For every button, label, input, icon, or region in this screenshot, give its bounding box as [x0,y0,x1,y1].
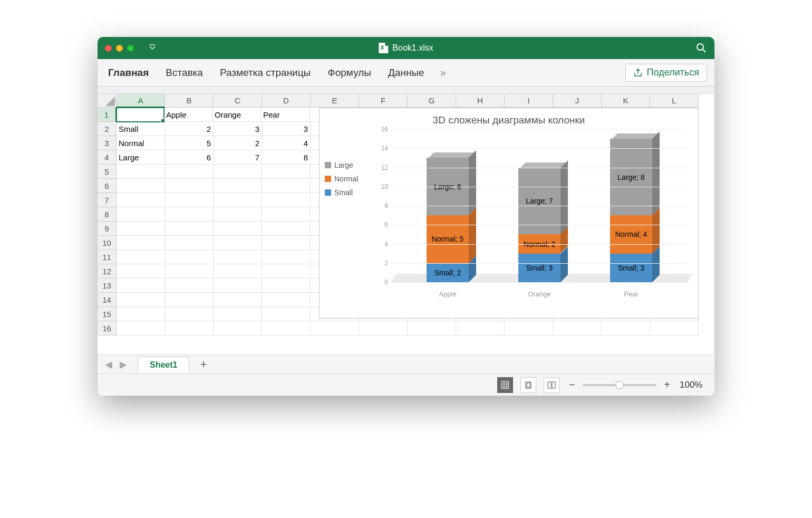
cell-C3[interactable]: 2 [214,136,262,150]
zoom-value[interactable]: 100% [680,380,706,390]
cell-A7[interactable] [117,193,165,207]
cell-D3[interactable]: 4 [262,136,311,150]
cell-C16[interactable] [214,321,262,335]
row-header-3[interactable]: 3 [98,136,117,150]
search-button[interactable] [695,42,707,54]
cell-A2[interactable]: Small [117,122,165,136]
column-header-C[interactable]: C [214,94,262,108]
cell-I16[interactable] [505,321,553,335]
cell-C15[interactable] [214,307,262,321]
cell-B16[interactable] [165,321,214,335]
cell-C1[interactable]: Orange [212,108,261,122]
column-header-H[interactable]: H [456,94,505,108]
cell-G16[interactable] [408,321,456,335]
cell-C10[interactable] [214,236,262,250]
cell-B6[interactable] [165,179,214,193]
cell-A10[interactable] [117,236,165,250]
add-sheet-button[interactable]: + [192,358,214,371]
column-header-I[interactable]: I [505,94,553,108]
cell-A5[interactable] [117,165,165,179]
cell-D8[interactable] [262,207,311,222]
row-header-4[interactable]: 4 [98,150,117,165]
tab-data[interactable]: Данные [387,65,426,81]
tab-insert[interactable]: Вставка [165,65,204,81]
cell-D1[interactable]: Pear [261,108,310,122]
cell-D2[interactable]: 3 [262,122,311,136]
cell-J16[interactable] [553,321,602,335]
cell-D15[interactable] [262,307,311,321]
cell-A4[interactable]: Large [117,150,165,165]
row-header-12[interactable]: 12 [98,264,117,279]
column-header-G[interactable]: G [408,94,456,108]
tab-home[interactable]: Главная [107,65,150,81]
row-header-8[interactable]: 8 [98,207,117,222]
cell-K16[interactable] [602,321,650,335]
cell-C6[interactable] [214,179,262,193]
zoom-slider-thumb[interactable] [615,381,624,389]
view-normal-button[interactable] [497,377,513,393]
cell-B15[interactable] [165,307,214,321]
cell-B1[interactable]: Apple [164,108,212,122]
cell-A3[interactable]: Normal [117,136,165,150]
sheet-nav-next[interactable]: ▶ [118,359,129,370]
cell-D6[interactable] [262,179,311,193]
sheet-nav-prev[interactable]: ◀ [103,359,114,370]
cell-C13[interactable] [214,279,262,293]
row-header-9[interactable]: 9 [98,222,117,236]
cell-A12[interactable] [117,264,165,279]
cell-C5[interactable] [214,165,262,179]
cell-A14[interactable] [117,293,165,307]
quick-access-toolbar[interactable] [149,44,156,53]
row-header-2[interactable]: 2 [98,122,117,136]
cell-D12[interactable] [262,264,311,279]
column-header-A[interactable]: A [117,94,165,108]
row-header-1[interactable]: 1 [98,108,117,122]
cell-A1[interactable] [116,107,165,122]
cell-A6[interactable] [117,179,165,193]
zoom-in-button[interactable]: + [662,379,672,391]
sheet-tab-1[interactable]: Sheet1 [138,357,189,373]
row-header-5[interactable]: 5 [98,165,117,179]
cell-F16[interactable] [359,321,408,335]
cell-C9[interactable] [214,222,262,236]
row-header-6[interactable]: 6 [98,179,117,193]
cell-C11[interactable] [214,250,262,264]
column-header-F[interactable]: F [359,94,408,108]
cell-C8[interactable] [214,207,262,222]
cell-B11[interactable] [165,250,214,264]
cell-A8[interactable] [117,207,165,222]
column-header-K[interactable]: K [602,94,650,108]
tab-formulas[interactable]: Формулы [326,65,372,81]
cell-B8[interactable] [165,207,214,222]
cell-A9[interactable] [117,222,165,236]
cell-C14[interactable] [214,293,262,307]
cell-B12[interactable] [165,264,214,279]
column-header-J[interactable]: J [553,94,602,108]
column-header-B[interactable]: B [165,94,214,108]
view-page-layout-button[interactable] [520,377,536,393]
row-header-13[interactable]: 13 [98,279,117,293]
cell-L16[interactable] [650,321,699,335]
column-header-E[interactable]: E [311,94,359,108]
row-header-14[interactable]: 14 [98,293,117,307]
cell-C4[interactable]: 7 [214,150,262,165]
cell-H16[interactable] [456,321,505,335]
cell-A16[interactable] [117,321,165,335]
more-tabs-button[interactable]: » [440,66,446,79]
row-header-11[interactable]: 11 [98,250,117,264]
cell-A15[interactable] [117,307,165,321]
cell-D14[interactable] [262,293,311,307]
row-header-16[interactable]: 16 [98,321,117,335]
row-header-15[interactable]: 15 [98,307,117,321]
minimize-window-button[interactable] [116,45,123,52]
cell-C7[interactable] [214,193,262,207]
cell-D11[interactable] [262,250,311,264]
cell-B10[interactable] [165,236,214,250]
maximize-window-button[interactable] [127,45,134,52]
select-all-corner[interactable] [98,94,117,108]
cell-D5[interactable] [262,165,311,179]
row-header-7[interactable]: 7 [98,193,117,207]
cell-B7[interactable] [165,193,214,207]
zoom-out-button[interactable]: − [567,379,577,391]
cell-D13[interactable] [262,279,311,293]
